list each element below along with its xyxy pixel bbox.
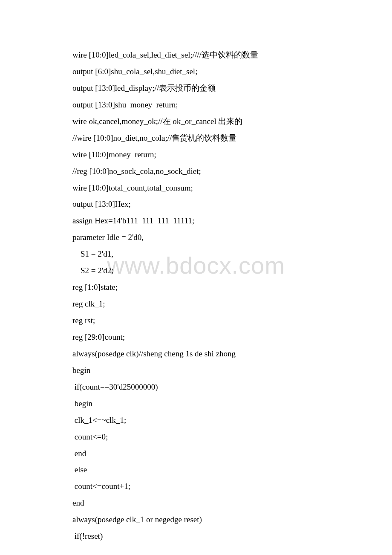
code-line: output [13:0]shu_money_return; [72, 97, 320, 113]
code-line: reg [29:0]count; [72, 329, 320, 346]
code-line: output [13:0]Hex; [72, 196, 320, 213]
code-line: if(count==30'd25000000) [72, 379, 320, 396]
code-line: wire ok,cancel,money_ok;//在 ok_or_cancel… [72, 113, 320, 130]
code-line: reg [1:0]state; [72, 279, 320, 296]
code-line: reg clk_1; [72, 296, 320, 312]
code-line: S2 = 2'd2; [72, 263, 320, 279]
code-line: output [13:0]led_display;//表示投币的金额 [72, 80, 320, 97]
code-line: assign Hex=14'b111_111_111_11111; [72, 213, 320, 229]
document-content: wire [10:0]led_cola_sel,led_diet_sel;///… [0, 0, 392, 545]
code-line: end [72, 445, 320, 462]
code-line: always(posedge clk)//sheng cheng 1s de s… [72, 346, 320, 362]
code-line: count<=count+1; [72, 478, 320, 495]
code-line: //wire [10:0]no_diet,no_cola;//售货机的饮料数量 [72, 130, 320, 147]
code-line: count<=0; [72, 429, 320, 445]
code-line: always(posedge clk_1 or negedge reset) [72, 512, 320, 528]
code-line: output [6:0]shu_cola_sel,shu_diet_sel; [72, 64, 320, 80]
code-line: S1 = 2'd1, [72, 246, 320, 263]
code-line: clk_1<=~clk_1; [72, 412, 320, 429]
code-line: reg rst; [72, 312, 320, 329]
code-line: if(!reset) [72, 528, 320, 545]
code-line: begin [72, 362, 320, 379]
code-line: wire [10:0]led_cola_sel,led_diet_sel;///… [72, 47, 320, 64]
code-line: wire [10:0]total_count,total_consum; [72, 180, 320, 197]
code-line: wire [10:0]money_return; [72, 147, 320, 163]
code-line: else [72, 462, 320, 478]
code-line: parameter Idle = 2'd0, [72, 229, 320, 246]
code-line: end [72, 495, 320, 512]
code-line: //reg [10:0]no_sock_cola,no_sock_diet; [72, 163, 320, 180]
code-line: begin [72, 396, 320, 412]
